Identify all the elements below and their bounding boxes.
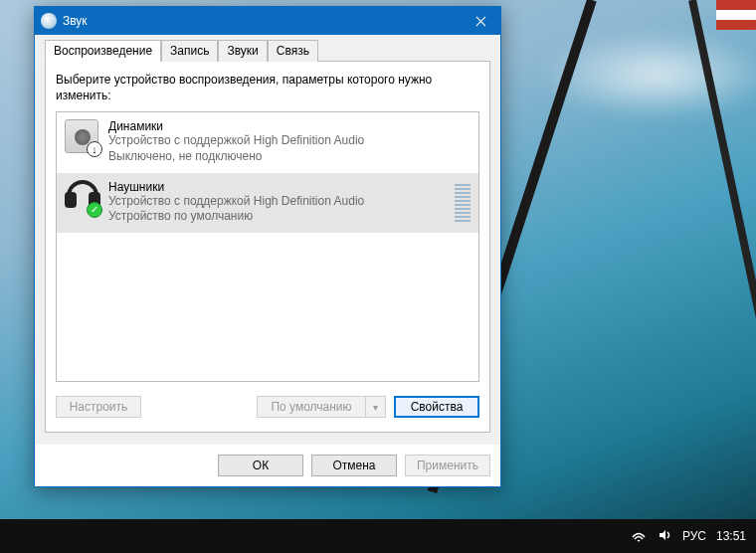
window-title: Звук: [63, 14, 461, 28]
tab-communications[interactable]: Связь: [268, 40, 318, 62]
playback-panel: Выберите устройство воспроизведения, пар…: [45, 61, 490, 433]
properties-button[interactable]: Свойства: [394, 396, 479, 418]
tab-playback[interactable]: Воспроизведение: [45, 40, 161, 62]
headphones-icon: ✓: [65, 180, 100, 216]
chevron-down-icon[interactable]: ▾: [366, 396, 386, 418]
sound-icon: [41, 13, 57, 29]
device-item-speakers[interactable]: ↓ Динамики Устройство с поддержкой High …: [57, 112, 478, 172]
cancel-button[interactable]: Отмена: [311, 455, 397, 476]
device-item-headphones[interactable]: ✓ Наушники Устройство с поддержкой High …: [57, 173, 478, 233]
device-desc: Устройство с поддержкой High Definition …: [108, 133, 471, 149]
titlebar[interactable]: Звук: [35, 7, 500, 35]
level-meter: [455, 182, 471, 222]
configure-button[interactable]: Настроить: [56, 396, 141, 418]
device-name: Наушники: [108, 180, 443, 194]
tab-strip: Воспроизведение Запись Звуки Связь: [45, 40, 490, 62]
device-status: Выключено, не подключено: [108, 149, 471, 165]
close-icon: [475, 16, 486, 27]
language-indicator[interactable]: РУС: [682, 529, 706, 543]
device-name: Динамики: [108, 119, 471, 133]
device-list[interactable]: ↓ Динамики Устройство с поддержкой High …: [56, 111, 479, 382]
sound-dialog: Звук Воспроизведение Запись Звуки Связь …: [34, 6, 501, 487]
volume-icon[interactable]: [657, 527, 672, 546]
wifi-icon[interactable]: [631, 527, 647, 546]
default-badge-icon: ✓: [87, 202, 102, 218]
clock[interactable]: 13:51: [716, 529, 746, 543]
tab-recording[interactable]: Запись: [161, 40, 218, 62]
tab-sounds[interactable]: Звуки: [218, 40, 267, 62]
speaker-icon: ↓: [65, 119, 100, 155]
device-status: Устройство по умолчанию: [108, 209, 443, 225]
device-desc: Устройство с поддержкой High Definition …: [108, 194, 443, 210]
set-default-dropdown[interactable]: По умолчанию ▾: [257, 396, 386, 418]
disabled-badge-icon: ↓: [87, 141, 102, 157]
set-default-button[interactable]: По умолчанию: [257, 396, 366, 418]
instruction-text: Выберите устройство воспроизведения, пар…: [56, 72, 479, 103]
apply-button[interactable]: Применить: [405, 455, 490, 476]
ok-button[interactable]: ОК: [218, 455, 303, 476]
taskbar[interactable]: РУС 13:51: [0, 519, 756, 553]
close-button[interactable]: [461, 7, 500, 35]
system-tray: РУС 13:51: [631, 527, 746, 546]
